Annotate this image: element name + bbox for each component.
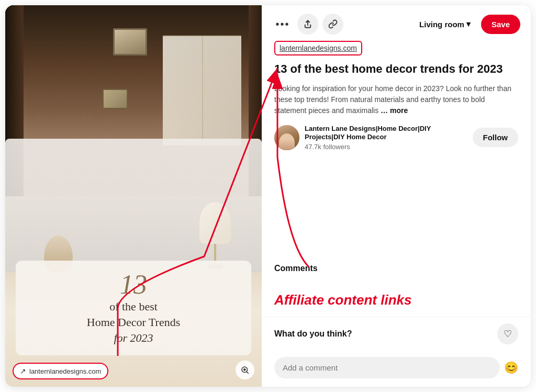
overlay-number: 13	[28, 271, 239, 298]
lens-icon	[240, 365, 250, 375]
image-text-overlay: 13 of the best Home Decor Trends for 202…	[16, 261, 251, 355]
read-more-link[interactable]: … more	[381, 106, 408, 115]
image-source-text: lanternlanedesigns.com	[29, 367, 101, 375]
author-name: Lantern Lane Designs|Home Decor|DIY Proj…	[305, 125, 467, 142]
follow-button[interactable]: Follow	[473, 128, 519, 147]
svg-line-2	[247, 372, 248, 373]
content-area: lanternlanedesigns.com 13 of the best ho…	[262, 41, 531, 264]
avatar-silhouette	[279, 133, 295, 150]
save-button[interactable]: Save	[481, 15, 520, 34]
save-label: Save	[492, 20, 510, 29]
share-button[interactable]	[297, 14, 318, 35]
image-source-link[interactable]: ↗ lanternlanedesigns.com	[13, 363, 108, 379]
author-avatar[interactable]	[274, 125, 299, 150]
comment-input-row: 😊	[262, 351, 531, 387]
emoji-icon: 😊	[504, 361, 518, 374]
toolbar: ••• Living room	[262, 5, 531, 41]
pin-image: 13 of the best Home Decor Trends for 202…	[5, 5, 262, 387]
chevron-down-icon: ▾	[466, 19, 471, 29]
author-info: Lantern Lane Designs|Home Decor|DIY Proj…	[305, 125, 467, 151]
more-options-button[interactable]: •••	[272, 14, 293, 35]
pin-title: 13 of the best home decor trends for 202…	[274, 62, 518, 77]
source-link[interactable]: lanternlanedesigns.com	[274, 41, 362, 55]
toolbar-right: Living room ▾ Save	[413, 15, 520, 34]
right-panel: ••• Living room	[262, 5, 531, 387]
author-followers: 47.7k followers	[305, 143, 467, 151]
board-selector-button[interactable]: Living room ▾	[413, 15, 477, 33]
author-row: Lantern Lane Designs|Home Decor|DIY Proj…	[274, 125, 518, 151]
external-link-icon: ↗	[20, 367, 26, 375]
avatar-image	[274, 125, 299, 150]
main-container: 13 of the best Home Decor Trends for 202…	[5, 5, 531, 387]
overlay-line3: for 2023	[28, 331, 239, 345]
affiliate-annotation: Affiliate content links	[274, 292, 531, 308]
follow-label: Follow	[483, 133, 508, 142]
comments-heading: Comments	[274, 264, 518, 273]
reaction-row: What do you think? ♡	[262, 317, 531, 351]
reaction-label: What do you think?	[274, 329, 352, 339]
heart-button[interactable]: ♡	[497, 323, 518, 344]
overlay-line2: Home Decor Trends	[28, 315, 239, 330]
pin-description: Looking for inspiration for your home de…	[274, 83, 518, 116]
lens-button[interactable]	[236, 361, 254, 379]
toolbar-left: •••	[272, 14, 409, 35]
emoji-button[interactable]: 😊	[504, 361, 518, 375]
svg-point-1	[243, 368, 246, 371]
left-panel: 13 of the best Home Decor Trends for 202…	[5, 5, 262, 387]
link-icon	[328, 19, 338, 29]
comment-input[interactable]	[274, 357, 500, 378]
overlay-line1: of the best	[28, 299, 239, 315]
share-icon	[303, 19, 312, 29]
heart-icon: ♡	[504, 328, 512, 340]
board-name: Living room	[419, 20, 464, 29]
more-icon: •••	[276, 18, 290, 30]
link-button[interactable]	[322, 14, 343, 35]
comments-section: Comments	[262, 264, 531, 279]
